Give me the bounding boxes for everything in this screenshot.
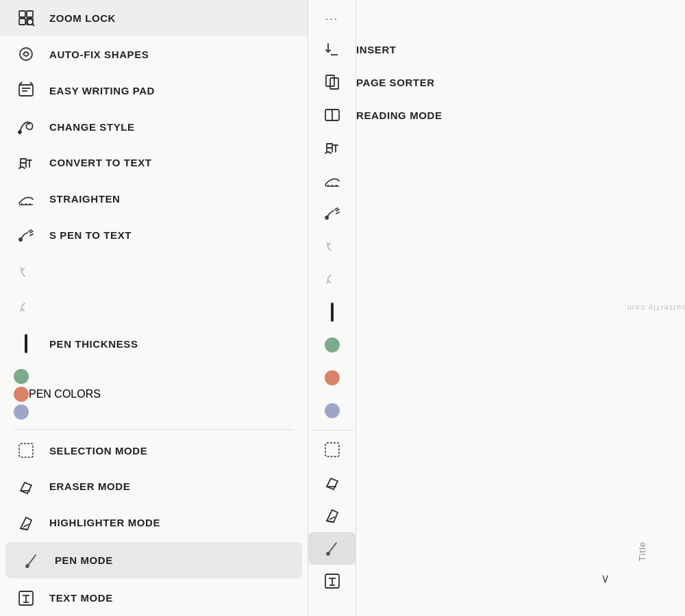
convert-text-icon	[14, 151, 38, 175]
r-highlighter-item[interactable]	[308, 499, 356, 532]
svg-point-4	[27, 19, 33, 25]
pen-colors-purple-item[interactable]	[0, 403, 308, 424]
insert-icon	[323, 40, 342, 59]
svg-rect-7	[19, 85, 33, 96]
right-icon-column: ...	[308, 0, 356, 616]
s-pen-icon	[14, 223, 38, 248]
selection-mode-item[interactable]: SELECTION MODE	[0, 433, 308, 469]
highlighter-mode-label: HIGHLIGHTER MODE	[49, 517, 160, 528]
highlighter-icon	[14, 511, 38, 535]
r-undo2-item[interactable]	[308, 263, 356, 296]
svg-line-5	[32, 24, 34, 26]
r-straighten-icon	[323, 171, 342, 190]
svg-rect-21	[19, 444, 33, 457]
r-eraser-icon	[323, 473, 342, 492]
r-color-purple-item[interactable]	[308, 394, 356, 427]
page-sorter-label-item[interactable]: PAGE SORTER	[356, 66, 443, 99]
r-color-purple-icon	[325, 403, 340, 418]
pen-thickness-item[interactable]: PEN THICKNESS	[0, 326, 308, 362]
highlighter-mode-item[interactable]: HIGHLIGHTER MODE	[0, 504, 308, 541]
insert-icon-item[interactable]	[308, 33, 356, 66]
r-straighten-item[interactable]	[308, 164, 356, 197]
dots-button[interactable]: ...	[308, 0, 356, 33]
convert-to-text-label: CONVERT TO TEXT	[49, 157, 152, 168]
undo1-icon	[14, 259, 38, 284]
r-eraser-item[interactable]	[308, 466, 356, 499]
svg-line-45	[329, 517, 335, 519]
change-style-item[interactable]: CHANGE STYLE	[0, 109, 308, 145]
svg-line-23	[23, 524, 29, 527]
straighten-item[interactable]: STRAIGHTEN	[0, 181, 308, 217]
pen-mode-label: PEN MODE	[55, 554, 113, 566]
pen-colors-green-icon	[14, 369, 29, 384]
writing-pad-icon	[14, 78, 38, 103]
dots-icon: ...	[325, 10, 338, 23]
right-labels-column: INSERT PAGE SORTER READING MODE	[356, 0, 443, 616]
right-panel: ...	[308, 0, 443, 616]
reading-mode-icon-item[interactable]	[308, 99, 356, 131]
divider-1	[14, 429, 294, 430]
pen-mode-icon	[19, 548, 44, 573]
eraser-mode-item[interactable]: ERASER MODE	[0, 469, 308, 505]
r-color-green-icon	[325, 337, 340, 352]
r-color-green-item[interactable]	[308, 329, 356, 361]
undo1-item[interactable]	[0, 253, 308, 290]
r-s-pen-item[interactable]	[308, 197, 356, 230]
eraser-mode-label: ERASER MODE	[49, 480, 130, 492]
text-mode-icon	[14, 586, 38, 611]
r-selection-item[interactable]	[308, 433, 356, 466]
r-pen-thickness-icon	[331, 303, 334, 322]
undo2-item[interactable]	[0, 290, 308, 326]
svg-rect-43	[325, 443, 339, 457]
reading-mode-label: READING MODE	[356, 110, 443, 121]
selection-icon	[14, 438, 38, 463]
left-panel: ZOOM LOCK AUTO-FIX SHAPES EASY WRITING P…	[0, 0, 308, 616]
svg-line-19	[30, 231, 33, 233]
r-color-orange-item[interactable]	[308, 361, 356, 394]
easy-writing-pad-item[interactable]: EASY WRITING PAD	[0, 73, 308, 109]
page-sorter-icon	[323, 73, 342, 92]
svg-line-20	[30, 234, 33, 235]
r-pen-mode-icon	[323, 539, 342, 558]
page-sorter-icon-item[interactable]	[308, 66, 356, 99]
svg-line-41	[336, 209, 339, 211]
r-undo1-item[interactable]	[308, 230, 356, 263]
svg-line-18	[29, 230, 32, 231]
r-text-mode-item[interactable]	[308, 565, 356, 598]
change-style-label: CHANGE STYLE	[49, 121, 135, 133]
straighten-icon	[14, 187, 38, 211]
easy-writing-pad-label: EASY WRITING PAD	[49, 85, 155, 97]
auto-fix-shapes-label: AUTO-FIX SHAPES	[49, 49, 149, 60]
svg-rect-0	[19, 11, 25, 17]
pen-colors-orange-icon	[14, 387, 29, 402]
zoom-lock-label: ZOOM LOCK	[49, 12, 116, 24]
r-highlighter-icon	[323, 506, 342, 525]
r-pen-mode-item[interactable]	[308, 532, 356, 565]
s-pen-to-text-item[interactable]: S PEN TO TEXT	[0, 217, 308, 253]
svg-line-24	[21, 528, 27, 530]
r-divider	[310, 430, 353, 431]
insert-label-item[interactable]: INSERT	[356, 33, 443, 66]
straighten-label: STRAIGHTEN	[49, 193, 121, 205]
title-tab[interactable]: Title	[637, 541, 647, 561]
zoom-lock-item[interactable]: ZOOM LOCK	[0, 0, 308, 36]
pen-colors-row[interactable]: PEN COLORS	[0, 385, 308, 403]
pen-mode-item[interactable]: PEN MODE	[5, 542, 302, 578]
r-color-orange-icon	[325, 370, 340, 385]
pen-colors-item[interactable]	[0, 365, 308, 385]
r-undo1-icon	[323, 237, 342, 256]
auto-fix-shapes-item[interactable]: AUTO-FIX SHAPES	[0, 36, 308, 73]
svg-rect-1	[27, 11, 33, 17]
zoom-lock-icon	[14, 5, 38, 30]
r-text-mode-icon	[323, 572, 342, 591]
text-mode-item[interactable]: TEXT MODE	[0, 580, 308, 616]
reading-mode-label-item[interactable]: READING MODE	[356, 99, 443, 131]
s-pen-to-text-label: S PEN TO TEXT	[49, 229, 132, 241]
r-pen-thickness-item[interactable]	[308, 296, 356, 329]
r-convert-text-item[interactable]	[308, 131, 356, 164]
chevron-button[interactable]: ∨	[601, 571, 610, 586]
r-undo2-icon	[323, 270, 342, 289]
svg-line-40	[335, 208, 338, 209]
convert-to-text-item[interactable]: CONVERT TO TEXT	[0, 145, 308, 181]
svg-line-46	[327, 521, 334, 522]
